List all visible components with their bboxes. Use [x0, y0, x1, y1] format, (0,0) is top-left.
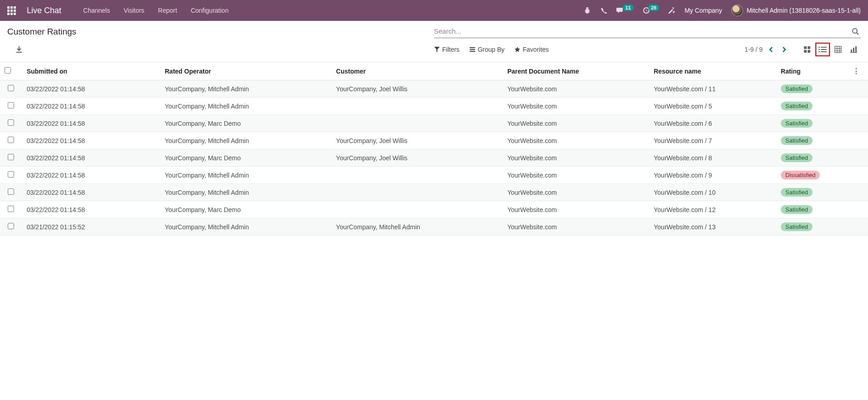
apps-icon[interactable] [7, 6, 16, 15]
svg-rect-6 [808, 46, 810, 49]
row-select-cell [0, 132, 22, 149]
row-checkbox[interactable] [8, 206, 14, 212]
svg-rect-21 [853, 48, 854, 52]
nav-item-channels[interactable]: Channels [83, 7, 110, 14]
cell-operator: YourCompany, Mitchell Admin [160, 218, 332, 236]
search-icon[interactable] [850, 28, 861, 35]
discuss-icon[interactable]: 11 [616, 7, 634, 14]
columns-options-icon[interactable]: ⋮ [853, 67, 860, 75]
svg-rect-15 [835, 46, 841, 53]
cell-parent: YourWebsite.com [503, 201, 649, 218]
user-menu[interactable]: Mitchell Admin (13818026-saas-15-1-all) [731, 5, 861, 16]
table-row[interactable]: 03/22/2022 01:14:58 YourCompany, Mitchel… [0, 80, 868, 98]
svg-rect-23 [850, 52, 857, 53]
row-checkbox[interactable] [8, 223, 14, 229]
svg-rect-13 [818, 51, 820, 52]
groupby-button[interactable]: Group By [470, 46, 505, 53]
cell-operator: YourCompany, Mitchell Admin [160, 132, 332, 149]
col-parent[interactable]: Parent Document Name [503, 62, 649, 80]
col-resource[interactable]: Resource name [649, 62, 776, 80]
filters-label: Filters [442, 46, 460, 53]
nav-item-visitors[interactable]: Visitors [124, 7, 144, 14]
table-header-row: Submitted on Rated Operator Customer Par… [0, 62, 868, 80]
table-row[interactable]: 03/22/2022 01:14:58 YourCompany, Mitchel… [0, 184, 868, 201]
row-checkbox[interactable] [8, 137, 14, 143]
cell-submitted: 03/22/2022 01:14:58 [22, 201, 160, 218]
activities-icon[interactable]: 28 [643, 7, 659, 14]
favorites-button[interactable]: Favorites [515, 46, 549, 53]
cell-submitted: 03/22/2022 01:14:58 [22, 167, 160, 184]
filters-button[interactable]: Filters [434, 46, 460, 53]
cell-operator: YourCompany, Mitchell Admin [160, 80, 332, 98]
col-customer[interactable]: Customer [332, 62, 503, 80]
table-row[interactable]: 03/21/2022 01:15:52 YourCompany, Mitchel… [0, 218, 868, 236]
row-checkbox[interactable] [8, 188, 14, 195]
cell-resource: YourWebsite.com / 12 [649, 201, 776, 218]
app-brand[interactable]: Live Chat [27, 6, 61, 15]
company-name[interactable]: My Company [684, 7, 722, 14]
table-row[interactable]: 03/22/2022 01:14:58 YourCompany, Marc De… [0, 149, 868, 167]
pager-prev[interactable] [767, 46, 775, 53]
row-checkbox[interactable] [8, 102, 14, 109]
row-checkbox[interactable] [8, 154, 14, 160]
graph-view-button[interactable] [846, 43, 861, 56]
cell-parent: YourWebsite.com [503, 115, 649, 132]
cell-customer: YourCompany, Mitchell Admin [332, 218, 503, 236]
bug-icon[interactable] [584, 7, 591, 14]
cell-rating: Satisfied [776, 98, 848, 115]
export-button[interactable] [13, 45, 25, 54]
cell-operator: YourCompany, Mitchell Admin [160, 184, 332, 201]
row-select-cell [0, 115, 22, 132]
rating-badge: Satisfied [781, 84, 813, 93]
col-submitted[interactable]: Submitted on [22, 62, 160, 80]
rating-badge: Satisfied [781, 205, 813, 214]
svg-rect-22 [855, 46, 857, 52]
kanban-view-button[interactable] [800, 43, 814, 56]
rating-badge: Satisfied [781, 222, 813, 231]
cell-operator: YourCompany, Marc Demo [160, 115, 332, 132]
table-row[interactable]: 03/22/2022 01:14:58 YourCompany, Mitchel… [0, 167, 868, 184]
svg-rect-10 [821, 47, 827, 48]
row-checkbox[interactable] [8, 85, 14, 91]
cell-submitted: 03/22/2022 01:14:58 [22, 132, 160, 149]
row-select-cell [0, 184, 22, 201]
search-input[interactable] [434, 27, 850, 35]
cell-parent: YourWebsite.com [503, 149, 649, 167]
nav-item-configuration[interactable]: Configuration [191, 7, 228, 14]
table-row[interactable]: 03/22/2022 01:14:58 YourCompany, Marc De… [0, 201, 868, 218]
cell-rating: Satisfied [776, 132, 848, 149]
list-view-button[interactable] [815, 43, 830, 56]
pivot-view-button[interactable] [831, 43, 845, 56]
ratings-table: Submitted on Rated Operator Customer Par… [0, 62, 868, 236]
select-all-checkbox[interactable] [5, 67, 11, 74]
svg-rect-3 [470, 49, 475, 50]
phone-icon[interactable] [600, 7, 607, 14]
col-operator[interactable]: Rated Operator [160, 62, 332, 80]
svg-rect-12 [821, 49, 827, 50]
tools-icon[interactable] [668, 7, 675, 14]
row-checkbox[interactable] [8, 171, 14, 178]
cell-resource: YourWebsite.com / 6 [649, 115, 776, 132]
svg-rect-14 [821, 51, 827, 52]
cell-resource: YourWebsite.com / 7 [649, 132, 776, 149]
cell-operator: YourCompany, Marc Demo [160, 149, 332, 167]
table-row[interactable]: 03/22/2022 01:14:58 YourCompany, Mitchel… [0, 98, 868, 115]
control-panel: Customer Ratings Filters Group By [0, 21, 868, 61]
table-row[interactable]: 03/22/2022 01:14:58 YourCompany, Marc De… [0, 115, 868, 132]
svg-point-0 [853, 29, 857, 33]
col-rating[interactable]: Rating [776, 62, 848, 80]
cell-parent: YourWebsite.com [503, 98, 649, 115]
pager-next[interactable] [780, 46, 788, 53]
cell-empty [848, 167, 868, 184]
nav-item-report[interactable]: Report [158, 7, 177, 14]
top-navbar: Live Chat Channels Visitors Report Confi… [0, 0, 868, 21]
table-row[interactable]: 03/22/2022 01:14:58 YourCompany, Mitchel… [0, 132, 868, 149]
cell-resource: YourWebsite.com / 11 [649, 80, 776, 98]
pager-text[interactable]: 1-9 / 9 [744, 46, 763, 53]
rating-badge: Satisfied [781, 153, 813, 162]
cell-empty [848, 184, 868, 201]
cell-customer [332, 201, 503, 218]
row-checkbox[interactable] [8, 119, 14, 126]
cell-operator: YourCompany, Mitchell Admin [160, 98, 332, 115]
cell-empty [848, 80, 868, 98]
